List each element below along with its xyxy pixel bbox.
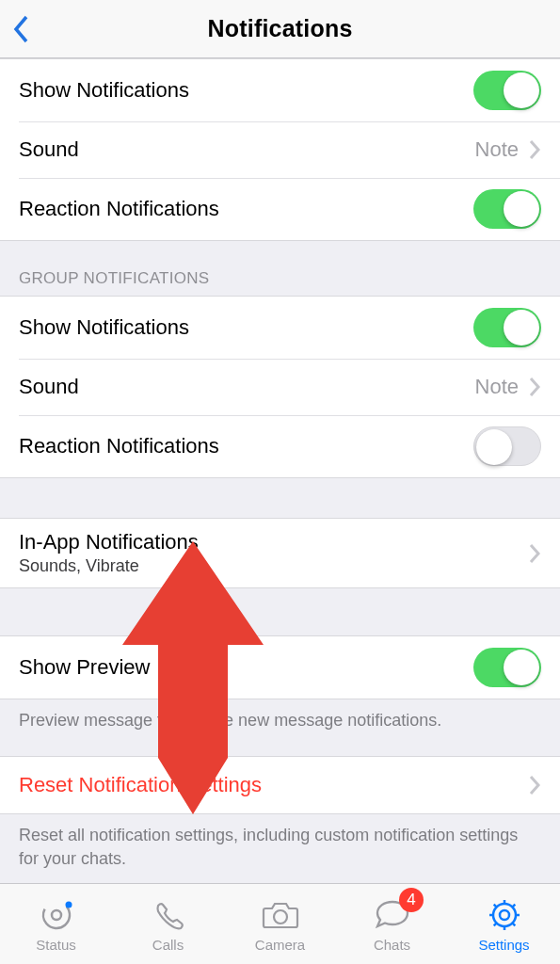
- show-preview-toggle[interactable]: [473, 648, 541, 687]
- tab-calls-label: Calls: [152, 937, 184, 953]
- group-show-notifications-label: Show Notifications: [19, 315, 473, 340]
- group-show-notifications-toggle[interactable]: [473, 308, 541, 347]
- in-app-notifications-subtitle: Sounds, Vibrate: [19, 556, 528, 576]
- chevron-right-icon: [528, 376, 541, 398]
- tab-calls[interactable]: Calls: [112, 884, 224, 964]
- group-show-notifications-row[interactable]: Show Notifications: [0, 297, 560, 359]
- tab-bar: Status Calls Camera 4 Chat: [0, 883, 560, 964]
- reaction-notifications-row[interactable]: Reaction Notifications: [0, 178, 560, 240]
- tab-camera-label: Camera: [255, 937, 305, 953]
- navbar: Notifications: [0, 0, 560, 58]
- svg-line-12: [493, 923, 497, 926]
- svg-line-13: [511, 905, 515, 908]
- show-notifications-label: Show Notifications: [19, 78, 473, 103]
- chevron-right-icon: [528, 542, 541, 565]
- tab-status[interactable]: Status: [0, 884, 112, 964]
- group-reaction-notifications-label: Reaction Notifications: [19, 434, 473, 458]
- svg-point-2: [65, 902, 72, 908]
- message-notifications-group: Show Notifications Sound Note Reaction N…: [0, 58, 560, 241]
- tab-settings[interactable]: Settings: [448, 884, 560, 964]
- chevron-right-icon: [528, 138, 541, 161]
- chats-badge: 4: [399, 888, 424, 912]
- svg-point-3: [274, 910, 287, 924]
- status-icon: [39, 895, 74, 935]
- back-chevron-icon: [12, 14, 31, 44]
- group-notifications-header: GROUP NOTIFICATIONS: [0, 241, 560, 296]
- tab-chats-label: Chats: [374, 937, 410, 953]
- show-notifications-row[interactable]: Show Notifications: [0, 59, 560, 121]
- in-app-group: In-App Notifications Sounds, Vibrate: [0, 518, 560, 588]
- show-preview-row[interactable]: Show Preview: [0, 636, 560, 699]
- tab-settings-label: Settings: [478, 937, 529, 953]
- reset-group: Reset Notification Settings Reset all no…: [0, 756, 560, 876]
- chevron-right-icon: [528, 774, 541, 796]
- content-scroll[interactable]: Show Notifications Sound Note Reaction N…: [0, 58, 560, 883]
- svg-line-10: [493, 905, 497, 908]
- sound-row[interactable]: Sound Note: [0, 121, 560, 178]
- sound-label: Sound: [19, 137, 475, 162]
- reaction-notifications-label: Reaction Notifications: [19, 197, 473, 221]
- sound-value: Note: [475, 137, 519, 162]
- show-preview-group: Show Preview Preview message text inside…: [0, 635, 560, 737]
- tab-camera[interactable]: Camera: [224, 884, 336, 964]
- page-title: Notifications: [0, 15, 560, 42]
- in-app-notifications-label: In-App Notifications: [19, 530, 528, 554]
- reset-footer: Reset all notification settings, includi…: [0, 814, 560, 876]
- reaction-notifications-toggle[interactable]: [473, 189, 541, 229]
- group-notifications-group: GROUP NOTIFICATIONS Show Notifications S…: [0, 241, 560, 478]
- gear-icon: [486, 895, 523, 935]
- group-reaction-notifications-toggle[interactable]: [473, 426, 541, 466]
- camera-icon: [261, 895, 300, 935]
- group-sound-row[interactable]: Sound Note: [0, 359, 560, 415]
- group-reaction-notifications-row[interactable]: Reaction Notifications: [0, 415, 560, 477]
- reset-notification-settings-label: Reset Notification Settings: [19, 773, 528, 797]
- group-sound-label: Sound: [19, 375, 475, 399]
- back-button[interactable]: [9, 10, 34, 48]
- show-preview-footer: Preview message text inside new message …: [0, 699, 560, 737]
- svg-line-11: [511, 923, 515, 926]
- tab-status-label: Status: [36, 937, 76, 953]
- svg-point-1: [52, 910, 61, 920]
- phone-icon: [151, 895, 186, 935]
- svg-point-5: [500, 910, 509, 920]
- show-preview-label: Show Preview: [19, 655, 473, 680]
- show-notifications-toggle[interactable]: [473, 71, 541, 110]
- tab-chats[interactable]: 4 Chats: [336, 884, 448, 964]
- in-app-notifications-row[interactable]: In-App Notifications Sounds, Vibrate: [0, 519, 560, 587]
- reset-notification-settings-row[interactable]: Reset Notification Settings: [0, 757, 560, 813]
- group-sound-value: Note: [475, 375, 519, 399]
